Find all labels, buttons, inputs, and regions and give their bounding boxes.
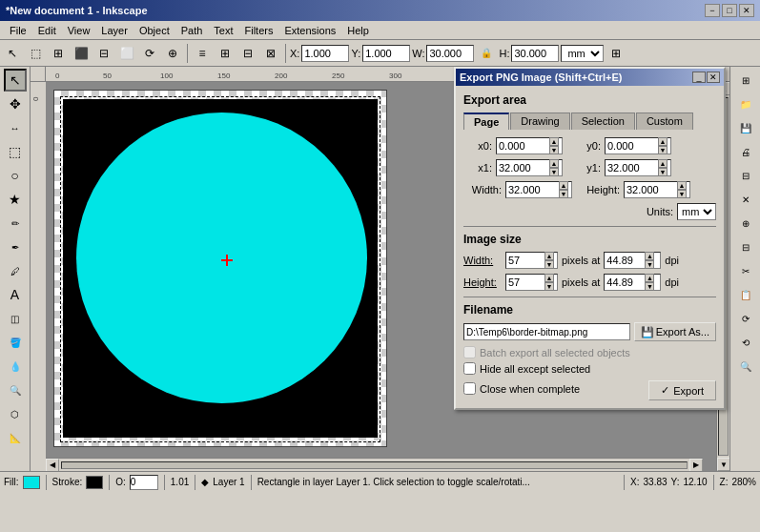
units-select[interactable]: mm px in: [677, 203, 716, 220]
fill-tool[interactable]: 🪣: [4, 331, 27, 354]
w-input[interactable]: [426, 45, 474, 62]
img-height-down[interactable]: ▼: [544, 282, 554, 291]
measure-tool[interactable]: 📐: [4, 426, 27, 449]
right-btn-12[interactable]: ⟲: [734, 331, 757, 354]
circle-tool[interactable]: ○: [4, 164, 27, 187]
zoom-tool-left[interactable]: ↔: [4, 116, 27, 139]
vscroll-down[interactable]: ▼: [717, 458, 729, 471]
dropper-tool[interactable]: 💧: [4, 355, 27, 378]
close-when-label[interactable]: Close when complete: [480, 383, 580, 395]
menu-filters[interactable]: Filters: [239, 23, 279, 38]
rect-tool[interactable]: ⬚: [4, 140, 27, 163]
hscrollbar[interactable]: ◀ ▶: [46, 458, 703, 471]
y0-input[interactable]: [606, 140, 658, 152]
img-dpi2-up[interactable]: ▲: [645, 274, 654, 282]
area-height-input[interactable]: [625, 184, 677, 195]
hscroll-right[interactable]: ▶: [689, 459, 703, 472]
opacity-input[interactable]: [130, 475, 158, 490]
right-btn-10[interactable]: 📋: [734, 283, 757, 306]
img-height-up[interactable]: ▲: [544, 274, 554, 282]
unit-select[interactable]: mm px in: [561, 45, 604, 62]
right-btn-3[interactable]: 💾: [734, 116, 757, 139]
toolbar-btn-11[interactable]: ⊟: [237, 43, 258, 64]
x1-down[interactable]: ▼: [549, 168, 559, 176]
x1-up[interactable]: ▲: [549, 159, 559, 168]
batch-export-label[interactable]: Batch export all selected objects: [480, 347, 630, 358]
img-dpi1-down[interactable]: ▼: [645, 260, 654, 269]
right-btn-7[interactable]: ⊕: [734, 212, 757, 235]
toolbar-btn-12[interactable]: ⊠: [260, 43, 281, 64]
area-height-up[interactable]: ▲: [677, 181, 687, 190]
export-as-button[interactable]: 💾 Export As...: [634, 322, 716, 341]
x-input[interactable]: [301, 45, 349, 62]
y-input[interactable]: [362, 45, 410, 62]
toolbar-btn-10[interactable]: ⊞: [215, 43, 236, 64]
right-btn-2[interactable]: 📁: [734, 92, 757, 115]
dialog-min-btn[interactable]: _: [692, 72, 706, 83]
gradient-tool[interactable]: ◫: [4, 307, 27, 330]
toolbar-end-btn[interactable]: ⊞: [606, 43, 626, 64]
right-btn-6[interactable]: ✕: [734, 188, 757, 211]
menu-view[interactable]: View: [62, 23, 96, 38]
close-button[interactable]: ✕: [739, 4, 754, 17]
y0-down[interactable]: ▼: [658, 146, 668, 154]
tab-selection[interactable]: Selection: [571, 113, 635, 130]
tab-page[interactable]: Page: [463, 113, 509, 130]
img-dpi1-up[interactable]: ▲: [645, 252, 654, 260]
toolbar-btn-4[interactable]: ⬛: [71, 43, 92, 64]
menu-file[interactable]: File: [4, 23, 32, 38]
tab-custom[interactable]: Custom: [636, 113, 693, 130]
area-width-down[interactable]: ▼: [559, 190, 568, 198]
area-height-down[interactable]: ▼: [677, 190, 687, 198]
lock-btn[interactable]: 🔒: [476, 43, 497, 64]
minimize-button[interactable]: −: [705, 4, 720, 17]
toolbar-btn-1[interactable]: ↖: [2, 43, 23, 64]
filename-input[interactable]: [463, 323, 630, 340]
right-btn-8[interactable]: ⊟: [734, 235, 757, 258]
menu-path[interactable]: Path: [175, 23, 209, 38]
toolbar-btn-8[interactable]: ⊕: [162, 43, 183, 64]
img-width-up[interactable]: ▲: [544, 252, 554, 260]
img-width-down[interactable]: ▼: [544, 260, 554, 269]
menu-layer[interactable]: Layer: [95, 23, 134, 38]
x0-up[interactable]: ▲: [549, 137, 559, 146]
menu-extensions[interactable]: Extensions: [278, 23, 341, 38]
x0-down[interactable]: ▼: [549, 146, 559, 154]
hscroll-left[interactable]: ◀: [46, 459, 59, 472]
pencil-tool[interactable]: ✏: [4, 212, 27, 235]
pen-tool[interactable]: ✒: [4, 235, 27, 258]
batch-export-checkbox[interactable]: [463, 346, 476, 358]
right-btn-5[interactable]: ⊟: [734, 164, 757, 187]
hscroll-thumb[interactable]: [61, 461, 688, 469]
right-btn-9[interactable]: ✂: [734, 259, 757, 282]
img-width-input[interactable]: [506, 255, 544, 266]
toolbar-btn-9[interactable]: ≡: [192, 43, 213, 64]
zoom-tool[interactable]: 🔍: [4, 379, 27, 401]
tab-drawing[interactable]: Drawing: [510, 113, 569, 130]
y0-up[interactable]: ▲: [658, 137, 668, 146]
img-dpi1-input[interactable]: [605, 255, 645, 266]
x0-input[interactable]: [497, 140, 549, 152]
connector-tool[interactable]: ⬡: [4, 402, 27, 425]
y1-down[interactable]: ▼: [658, 168, 668, 176]
export-button[interactable]: ✓ Export: [648, 380, 716, 400]
close-when-checkbox[interactable]: [463, 382, 476, 395]
img-dpi2-down[interactable]: ▼: [645, 282, 654, 291]
h-input[interactable]: [511, 45, 559, 62]
right-btn-13[interactable]: 🔍: [734, 355, 757, 378]
select-tool[interactable]: ↖: [4, 69, 27, 92]
menu-object[interactable]: Object: [134, 23, 175, 38]
area-width-up[interactable]: ▲: [559, 181, 568, 190]
img-dpi2-input[interactable]: [605, 276, 645, 288]
hide-except-label[interactable]: Hide all except selected: [480, 363, 590, 375]
text-tool[interactable]: A: [4, 283, 27, 306]
area-width-input[interactable]: [506, 184, 559, 195]
callig-tool[interactable]: 🖊: [4, 259, 27, 282]
maximize-button[interactable]: □: [722, 4, 737, 17]
node-tool[interactable]: ✥: [4, 92, 27, 115]
menu-edit[interactable]: Edit: [32, 23, 62, 38]
y1-up[interactable]: ▲: [658, 159, 668, 168]
dialog-close-btn[interactable]: ✕: [707, 72, 720, 83]
right-btn-1[interactable]: ⊞: [734, 69, 757, 92]
right-btn-11[interactable]: ⟳: [734, 307, 757, 330]
